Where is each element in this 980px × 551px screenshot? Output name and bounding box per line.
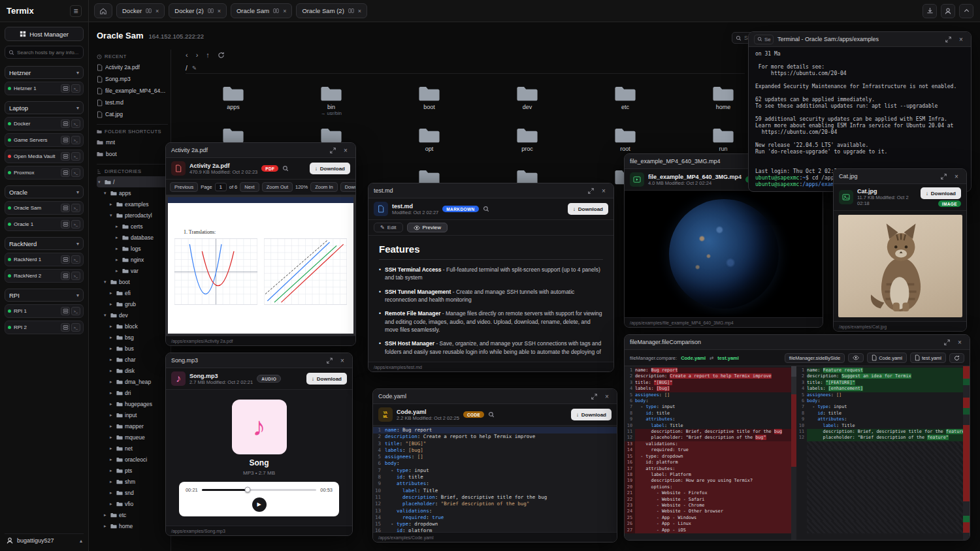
- open-right-file-button[interactable]: test.yaml: [910, 353, 946, 363]
- search-in-file-icon[interactable]: [282, 165, 289, 172]
- diff-minimap[interactable]: [963, 366, 970, 540]
- tab-oracle-sam-2-[interactable]: Oracle Sam (2)×: [296, 3, 367, 18]
- terminal-connect-button[interactable]: >_: [71, 168, 80, 177]
- folder-tile[interactable]: dev: [478, 81, 576, 123]
- expand-icon[interactable]: [589, 394, 598, 400]
- chevron-up-icon[interactable]: ▴: [80, 538, 82, 544]
- tree-item[interactable]: ▸nginx: [97, 254, 168, 265]
- tree-item[interactable]: ▾boot: [97, 276, 168, 287]
- server-connect-button[interactable]: [61, 323, 70, 332]
- tree-item[interactable]: ▸block: [97, 321, 168, 332]
- tab-edit[interactable]: ✎ Edit: [374, 223, 403, 232]
- window-titlebar[interactable]: Activity 2a.pdf ×: [166, 143, 355, 158]
- host-item[interactable]: RackNerd 2>_: [5, 269, 84, 283]
- window-titlebar[interactable]: test.md ×: [368, 183, 613, 198]
- server-connect-button[interactable]: [61, 204, 70, 212]
- tree-item[interactable]: ▸etc: [97, 509, 168, 520]
- host-item[interactable]: Oracle Sam>_: [5, 201, 84, 215]
- window-titlebar[interactable]: Se Terminal - Oracle Sam:/apps/examples …: [749, 32, 971, 47]
- tree-item[interactable]: ▸char: [97, 354, 168, 365]
- server-connect-button[interactable]: [61, 136, 70, 144]
- toggle-visibility-button[interactable]: [848, 353, 864, 362]
- terminal-connect-button[interactable]: >_: [71, 272, 80, 280]
- terminal-connect-button[interactable]: >_: [71, 255, 80, 264]
- tree-item[interactable]: ▸var: [97, 265, 168, 276]
- host-manager-button[interactable]: Host Manager: [5, 27, 84, 41]
- folder-tile[interactable]: boot: [380, 81, 478, 123]
- server-connect-button[interactable]: [61, 84, 70, 93]
- expand-icon[interactable]: [586, 188, 595, 194]
- close-icon[interactable]: ×: [599, 187, 608, 195]
- close-icon[interactable]: ×: [956, 36, 966, 43]
- folder-shortcut-item[interactable]: boot: [97, 148, 168, 160]
- edit-path-icon[interactable]: ✎: [192, 65, 197, 71]
- tree-item[interactable]: ▸mapper: [97, 420, 168, 432]
- server-connect-button[interactable]: [61, 307, 70, 315]
- tree-item[interactable]: ▸bus: [97, 343, 168, 354]
- recent-file-item[interactable]: test.md: [97, 97, 168, 108]
- host-group-header[interactable]: Oracle▾: [5, 185, 84, 198]
- user-row[interactable]: bugattiguy527 ▴: [5, 533, 84, 547]
- tree-item[interactable]: ▸certs: [97, 221, 168, 232]
- tree-item[interactable]: ▸pts: [97, 465, 168, 476]
- previous-page-button[interactable]: Previous: [170, 182, 198, 192]
- diff-left-scrollbar[interactable]: [791, 366, 796, 540]
- tree-item[interactable]: ▸bsg: [97, 332, 168, 343]
- split-tab-icon[interactable]: [273, 8, 279, 14]
- tree-item[interactable]: ▸vfio: [97, 498, 168, 509]
- host-item[interactable]: Hetzner 1>_: [5, 82, 84, 95]
- search-in-file-icon[interactable]: [488, 411, 495, 418]
- folder-tile[interactable]: apps: [184, 81, 282, 123]
- tree-item[interactable]: ▸disk: [97, 365, 168, 376]
- terminal-connect-button[interactable]: >_: [71, 84, 80, 93]
- sidebar-search-input[interactable]: [17, 50, 80, 55]
- tree-item[interactable]: ▸logs: [97, 243, 168, 254]
- split-tab-icon[interactable]: [348, 8, 354, 14]
- recent-file-item[interactable]: Song.mp3: [97, 73, 168, 85]
- expand-icon[interactable]: [943, 37, 953, 42]
- server-connect-button[interactable]: [61, 152, 70, 161]
- diff-right-pane[interactable]: 1name: Feature request2description: Sugg…: [796, 366, 963, 540]
- tab-docker-2-[interactable]: Docker (2)×: [169, 3, 227, 18]
- tree-item[interactable]: ▸hugepages: [97, 398, 168, 409]
- terminal-connect-button[interactable]: >_: [71, 307, 80, 315]
- terminal-connect-button[interactable]: >_: [71, 220, 80, 228]
- folder-shortcut-item[interactable]: mnt: [97, 136, 168, 148]
- diff-left-pane[interactable]: 1name: Bug report2description: Create a …: [625, 366, 791, 540]
- downloads-icon[interactable]: [923, 4, 937, 18]
- host-group-header[interactable]: RackNerd▾: [5, 237, 84, 250]
- expand-icon[interactable]: [328, 148, 337, 153]
- forward-button[interactable]: ›: [196, 51, 199, 59]
- video-player[interactable]: [625, 191, 823, 317]
- terminal-connect-button[interactable]: >_: [71, 323, 80, 332]
- server-connect-button[interactable]: [61, 119, 70, 128]
- tab-docker[interactable]: Docker×: [116, 3, 165, 18]
- host-item[interactable]: Docker>_: [5, 117, 84, 131]
- tree-item[interactable]: ▾apps: [97, 187, 168, 198]
- server-connect-button[interactable]: [61, 272, 70, 280]
- close-icon[interactable]: ×: [341, 147, 350, 154]
- window-titlebar[interactable]: Code.yaml ×: [373, 389, 617, 404]
- folder-tile[interactable]: proc: [478, 123, 576, 165]
- window-titlebar[interactable]: Song.mp3 ×: [166, 353, 352, 368]
- tree-item[interactable]: ▸oracleoci: [97, 454, 168, 465]
- host-item[interactable]: RPI 2>_: [5, 321, 84, 334]
- download-button[interactable]: ↓ Download: [568, 203, 608, 215]
- up-button[interactable]: ↑: [206, 51, 210, 59]
- close-tab-icon[interactable]: ×: [155, 8, 159, 14]
- close-icon[interactable]: ×: [602, 393, 612, 400]
- seek-slider[interactable]: [202, 489, 317, 491]
- folder-tile[interactable]: opt: [380, 123, 478, 165]
- zoom-in-button[interactable]: Zoom In: [310, 182, 338, 192]
- swap-icon[interactable]: ⇄: [710, 355, 713, 361]
- folder-tile[interactable]: bin→ usr/bin: [282, 81, 380, 123]
- zoom-out-button[interactable]: Zoom Out: [262, 182, 293, 192]
- pdf-content[interactable]: 1. Translations:: [166, 195, 355, 336]
- tree-item[interactable]: ▸net: [97, 443, 168, 454]
- play-button[interactable]: ▶: [252, 497, 267, 512]
- terminal-connect-button[interactable]: >_: [71, 136, 80, 144]
- host-item[interactable]: Open Media Vault>_: [5, 150, 84, 163]
- window-titlebar[interactable]: Cat.jpg ×: [834, 169, 966, 184]
- window-titlebar[interactable]: fileManager.fileComparison ×: [625, 335, 970, 350]
- pdf-download-button[interactable]: Download: [340, 182, 355, 192]
